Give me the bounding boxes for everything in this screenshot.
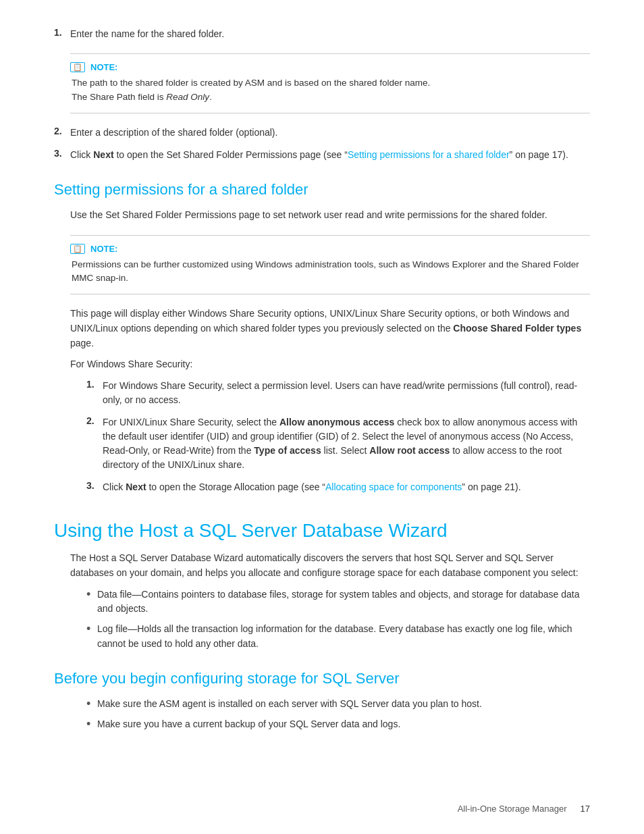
- section1-para2: For Windows Share Security:: [70, 357, 590, 372]
- bullet-dot-1: •: [86, 588, 97, 602]
- section3-bullets: • Make sure the ASM agent is installed o…: [86, 697, 590, 731]
- note-line-1: The path to the shared folder is created…: [72, 78, 430, 88]
- step-text-1: Enter the name for the shared folder.: [70, 27, 590, 41]
- intro-step-1: 1. Enter the name for the shared folder.: [54, 27, 590, 41]
- note-body-2: Permissions can be further customized us…: [70, 258, 590, 286]
- section3-title: Before you begin configuring storage for…: [54, 670, 590, 687]
- section1-steps: 1. For Windows Share Security, select a …: [86, 379, 590, 494]
- section1-para1: This page will display either Windows Sh…: [70, 307, 590, 350]
- section2-intro: The Host a SQL Server Database Wizard au…: [70, 551, 590, 580]
- section1-step-2: 2. For UNIX/Linux Share Security, select…: [86, 415, 590, 472]
- next-bold-2: Next: [126, 481, 146, 492]
- para1-end: page.: [70, 338, 94, 348]
- next-bold: Next: [93, 149, 113, 160]
- section3-body: • Make sure the ASM agent is installed o…: [70, 697, 590, 731]
- page-footer: All-in-One Storage Manager 17: [458, 804, 590, 814]
- section2-bullets: • Data file—Contains pointers to databas…: [86, 588, 590, 652]
- note-label-2: NOTE:: [90, 244, 117, 254]
- section1-step-1: 1. For Windows Share Security, select a …: [86, 379, 590, 407]
- intro-step-2: 2. Enter a description of the shared fol…: [54, 126, 590, 140]
- footer-product: All-in-One Storage Manager: [458, 804, 567, 814]
- note-end-1: .: [209, 92, 212, 102]
- section1-step-3: 3. Click Next to open the Storage Alloca…: [86, 480, 590, 494]
- footer-page-number: 17: [581, 804, 590, 814]
- note-body-1: The path to the shared folder is created…: [70, 76, 590, 105]
- section2-title: Using the Host a SQL Server Database Wiz…: [54, 520, 590, 542]
- para1-bold: Choose Shared Folder types: [453, 323, 581, 334]
- step-number-1: 1.: [54, 27, 70, 38]
- step-number-2: 2.: [54, 126, 70, 136]
- step-number-3: 3.: [54, 148, 70, 159]
- type-access-bold: Type of access: [254, 445, 321, 456]
- bullet-dot-4: •: [86, 717, 97, 732]
- note-line-2: The Share Path field is: [72, 92, 166, 102]
- note-box-2: 📋 NOTE: Permissions can be further custo…: [70, 235, 590, 295]
- section1-title: Setting permissions for a shared folder: [54, 181, 590, 199]
- setting-permissions-link[interactable]: Setting permissions for a shared folder: [348, 149, 510, 160]
- section1-step-number-2: 2.: [86, 415, 103, 426]
- allow-root-bold: Allow root access: [369, 445, 450, 456]
- section1-intro: Use the Set Shared Folder Permissions pa…: [70, 208, 590, 223]
- section1-body: Use the Set Shared Folder Permissions pa…: [70, 208, 590, 494]
- note-header-1: 📋 NOTE:: [70, 62, 590, 72]
- bullet-text-asm: Make sure the ASM agent is installed on …: [97, 697, 590, 712]
- note-italic-1: Read Only: [166, 92, 209, 102]
- bullet-item-asm: • Make sure the ASM agent is installed o…: [86, 697, 590, 712]
- bullet-text-data-file: Data file—Contains pointers to database …: [97, 588, 590, 617]
- section1-step-text-2: For UNIX/Linux Share Security, select th…: [103, 415, 590, 472]
- bullet-text-backup: Make sure you have a current backup of y…: [97, 717, 590, 732]
- step-text-3: Click Next to open the Set Shared Folder…: [70, 148, 590, 162]
- bullet-dot-2: •: [86, 622, 97, 637]
- allow-anon-bold: Allow anonymous access: [279, 417, 394, 427]
- section1-step-text-3: Click Next to open the Storage Allocatio…: [103, 480, 590, 494]
- bullet-text-log-file: Log file—Holds all the transaction log i…: [97, 622, 590, 651]
- intro-step-3: 3. Click Next to open the Set Shared Fol…: [54, 148, 590, 162]
- note-header-2: 📋 NOTE:: [70, 244, 590, 254]
- note-box-1: 📋 NOTE: The path to the shared folder is…: [70, 53, 590, 113]
- bullet-item-backup: • Make sure you have a current backup of…: [86, 717, 590, 732]
- section1-step-number-1: 1.: [86, 379, 103, 390]
- bullet-item-data-file: • Data file—Contains pointers to databas…: [86, 588, 590, 617]
- section1-step-text-1: For Windows Share Security, select a per…: [103, 379, 590, 407]
- note-label-1: NOTE:: [90, 62, 117, 72]
- bullet-dot-3: •: [86, 697, 97, 712]
- note-icon-2: 📋: [70, 244, 85, 254]
- bullet-item-log-file: • Log file—Holds all the transaction log…: [86, 622, 590, 651]
- section2-body: The Host a SQL Server Database Wizard au…: [70, 551, 590, 651]
- note-icon-1: 📋: [70, 62, 85, 72]
- step-text-2: Enter a description of the shared folder…: [70, 126, 590, 140]
- allocating-link[interactable]: Allocating space for components: [325, 481, 462, 492]
- section1-step-number-3: 3.: [86, 480, 103, 491]
